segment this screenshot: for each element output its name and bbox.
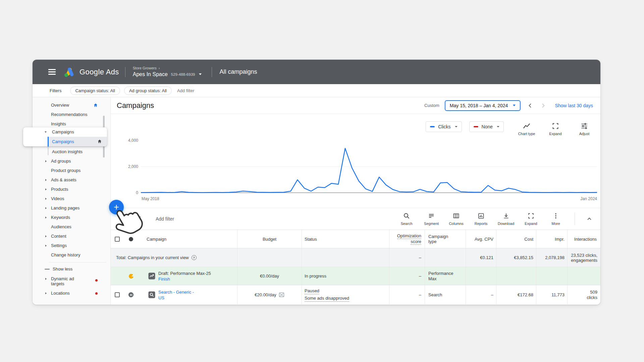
- chevron-down-icon: [199, 73, 202, 75]
- campaign-name: Draft: Performance Max-25: [158, 270, 211, 276]
- filter-funnel-icon[interactable]: [134, 215, 142, 223]
- column-header-budget[interactable]: Budget: [237, 230, 302, 248]
- sidebar-item-campaigns-parent[interactable]: Campaigns: [23, 127, 107, 137]
- sidebar-show-less-button[interactable]: Show less: [33, 264, 110, 274]
- notification-dot: [95, 292, 98, 295]
- total-optimization-score: –: [389, 248, 425, 267]
- interactions-value: 509 clicks: [583, 290, 597, 300]
- metric-selector-1[interactable]: Clicks: [426, 121, 462, 132]
- chart-adjust-button[interactable]: Adjust: [574, 122, 595, 136]
- help-icon[interactable]: ?: [192, 255, 197, 260]
- column-header-avg-cpv[interactable]: Avg. CPV: [466, 230, 496, 248]
- sidebar-item-ad-groups[interactable]: Ad groups: [33, 157, 110, 166]
- budget-ended-icon: [279, 292, 284, 298]
- sidebar-item-auction-insights[interactable]: Auction insights: [33, 147, 110, 157]
- expand-button[interactable]: Expand: [523, 212, 539, 226]
- divider: [125, 67, 125, 77]
- sidebar-item-campaigns-selected[interactable]: Campaigns: [48, 137, 107, 146]
- paused-status-icon: [128, 292, 133, 297]
- line-chart-icon: [523, 122, 531, 130]
- column-header-status[interactable]: Status: [302, 230, 389, 248]
- table-row[interactable]: Draft: Performance Max-25 Finish €0.00/d…: [111, 267, 600, 285]
- account-switcher[interactable]: Store Growers › Apes In Space 529-488-69…: [133, 66, 202, 78]
- sidebar-item-landing-pages[interactable]: Landing pages: [33, 203, 110, 213]
- series-color-swatch: [474, 126, 478, 127]
- breadcrumb-chevron-icon: ›: [159, 66, 160, 71]
- sliders-icon: [580, 122, 588, 130]
- x-axis-label-start: May 2018: [142, 196, 159, 201]
- campaign-status[interactable]: Paused: [305, 288, 319, 294]
- cost-value: €172.68: [496, 285, 536, 304]
- campaign-name-link[interactable]: Search - Generic - US: [158, 289, 199, 301]
- minus-icon: [45, 269, 50, 269]
- show-last-30-days-link[interactable]: Show last 30 days: [555, 103, 593, 108]
- chart-expand-button[interactable]: Expand: [545, 122, 566, 136]
- sidebar-item-ads-assets[interactable]: Ads & assets: [33, 175, 110, 185]
- sidebar-item-dynamic-ad-targets[interactable]: Dynamic ad targets: [33, 274, 110, 289]
- add-filter-button[interactable]: Add filter: [177, 88, 194, 93]
- sidebar-item-products[interactable]: Products: [33, 185, 110, 194]
- date-range-picker[interactable]: May 15, 2018 – Jan 4, 2024: [445, 100, 521, 111]
- draft-status-icon: [128, 274, 134, 279]
- sidebar-item-overview[interactable]: Overview: [33, 101, 110, 110]
- sidebar-item-settings[interactable]: Settings: [33, 241, 110, 250]
- page-background: Google Ads Store Growers › Apes In Space…: [0, 0, 644, 362]
- download-button[interactable]: Download: [498, 212, 514, 226]
- status-detail[interactable]: Some ads disapproved: [305, 296, 349, 302]
- collapse-table-button[interactable]: [586, 215, 593, 223]
- sidebar-item-audiences[interactable]: Audiences: [33, 222, 110, 232]
- select-all-checkbox[interactable]: [115, 237, 120, 242]
- segment-button[interactable]: Segment: [423, 212, 439, 226]
- y-axis-tick: 2,000: [111, 164, 138, 169]
- breadcrumb-account: Store Growers: [133, 66, 157, 71]
- column-header-campaign[interactable]: Campaign: [139, 230, 237, 248]
- row-checkbox[interactable]: [115, 292, 120, 297]
- account-name: Apes In Space: [133, 71, 168, 78]
- columns-icon: [452, 212, 460, 220]
- sidebar-item-change-history[interactable]: Change history: [33, 250, 110, 260]
- y-axis-tick: 0: [111, 190, 138, 195]
- metric-selector-2[interactable]: None: [469, 121, 504, 132]
- previous-period-button[interactable]: [527, 103, 533, 109]
- ad-group-status-filter-pill[interactable]: Ad group status: All: [124, 86, 172, 95]
- table-row[interactable]: Search - Generic - US €20.00/day Paused: [111, 285, 600, 304]
- new-campaign-button[interactable]: +: [109, 200, 124, 215]
- table-total-row: Total: Campaigns in your current view ? …: [111, 248, 600, 267]
- column-header-campaign-type[interactable]: Campaign type: [425, 230, 466, 248]
- reports-button[interactable]: Reports: [473, 212, 489, 226]
- home-icon: [93, 103, 98, 108]
- account-id: 529-488-6939: [171, 72, 195, 77]
- menu-icon[interactable]: [48, 68, 56, 76]
- sidebar-item-keywords[interactable]: Keywords: [33, 213, 110, 222]
- column-header-cost[interactable]: Cost: [496, 230, 536, 248]
- impr-value: 11,773: [536, 285, 567, 304]
- sidebar-item-content[interactable]: Content: [33, 232, 110, 241]
- clicks-series-line: [141, 148, 597, 192]
- column-header-optimization-score[interactable]: Optimization score: [389, 230, 425, 248]
- chevron-right-icon: [45, 245, 47, 247]
- sidebar-item-videos[interactable]: Videos: [33, 194, 110, 203]
- chevron-down-icon: [513, 105, 516, 106]
- sidebar-item-product-groups[interactable]: Product groups: [33, 166, 110, 175]
- chevron-down-icon: [497, 126, 499, 127]
- sidebar-item-recommendations[interactable]: Recommendations: [33, 110, 110, 119]
- column-header-impr[interactable]: Impr.: [536, 230, 567, 248]
- campaign-status-filter-pill[interactable]: Campaign status: All: [70, 86, 120, 95]
- search-button[interactable]: Search: [398, 212, 415, 226]
- more-button[interactable]: More: [548, 212, 564, 226]
- chevron-down-icon: [455, 126, 458, 127]
- next-period-button[interactable]: [540, 103, 546, 109]
- sidebar-item-locations[interactable]: Locations: [33, 289, 110, 298]
- column-header-interactions[interactable]: Interactions: [567, 230, 599, 248]
- product-name: Google Ads: [79, 68, 119, 76]
- series-color-swatch: [430, 126, 435, 127]
- table-add-filter-button[interactable]: Add filter: [156, 216, 174, 222]
- home-icon: [97, 139, 102, 144]
- columns-button[interactable]: Columns: [448, 212, 464, 226]
- selected-indicator: [48, 137, 49, 146]
- table-toolbar: Add filter Search Segment: [111, 208, 600, 230]
- finish-draft-link[interactable]: Finish: [158, 276, 211, 282]
- chart-type-button[interactable]: Chart type: [516, 122, 537, 136]
- chevron-right-icon: [45, 198, 47, 200]
- expand-icon: [551, 122, 559, 130]
